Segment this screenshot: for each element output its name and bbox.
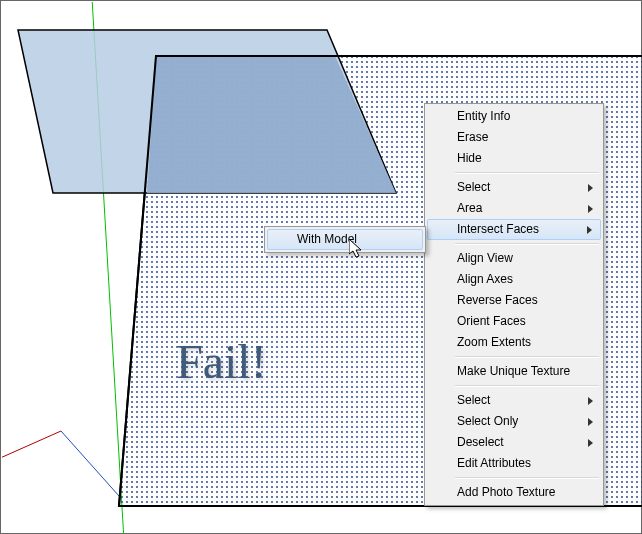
submenu-arrow-icon [588,397,593,405]
menu-item-hide[interactable]: Hide [427,148,601,169]
menu-item-select-only[interactable]: Select Only [427,411,601,432]
menu-item-label: Select [457,180,490,194]
menu-item-align-view[interactable]: Align View [427,248,601,269]
menu-separator [455,356,599,358]
menu-separator [455,385,599,387]
menu-item-intersect-faces[interactable]: Intersect Faces [427,219,601,240]
menu-item-label: Add Photo Texture [457,485,556,499]
menu-item-align-axes[interactable]: Align Axes [427,269,601,290]
menu-item-label: Make Unique Texture [457,364,570,378]
menu-item-label: Deselect [457,435,504,449]
menu-item-zoom-extents[interactable]: Zoom Extents [427,332,601,353]
menu-item-label: Area [457,201,482,215]
menu-item-erase[interactable]: Erase [427,127,601,148]
submenu-arrow-icon [587,226,592,234]
axis-red [1,431,61,471]
menu-item-edit-attributes[interactable]: Edit Attributes [427,453,601,474]
menu-item-label: Zoom Extents [457,335,531,349]
context-submenu-intersect-faces[interactable]: With Model [264,226,426,253]
menu-item-label: Entity Info [457,109,510,123]
menu-separator [455,477,599,479]
menu-item-label: Hide [457,151,482,165]
annotation-text: Fail! [176,334,267,389]
menu-item-label: Orient Faces [457,314,526,328]
menu-item-area[interactable]: Area [427,198,601,219]
menu-item-label: Align View [457,251,513,265]
menu-separator [455,243,599,245]
menu-separator [455,172,599,174]
menu-item-label: Intersect Faces [457,222,539,236]
submenu-arrow-icon [588,418,593,426]
submenu-arrow-icon [588,205,593,213]
context-menu[interactable]: Entity InfoEraseHideSelectAreaIntersect … [424,103,604,506]
submenu-arrow-icon [588,184,593,192]
menu-item-deselect[interactable]: Deselect [427,432,601,453]
menu-item-select[interactable]: Select [427,390,601,411]
menu-item-select[interactable]: Select [427,177,601,198]
menu-item-orient-faces[interactable]: Orient Faces [427,311,601,332]
menu-item-entity-info[interactable]: Entity Info [427,106,601,127]
menu-item-label: With Model [297,232,357,246]
submenu-arrow-icon [588,439,593,447]
menu-item-make-unique-texture[interactable]: Make Unique Texture [427,361,601,382]
menu-item-label: Select [457,393,490,407]
menu-item-label: Align Axes [457,272,513,286]
menu-item-label: Reverse Faces [457,293,538,307]
submenu-item-with-model[interactable]: With Model [267,229,423,250]
menu-item-add-photo-texture[interactable]: Add Photo Texture [427,482,601,503]
menu-item-label: Erase [457,130,488,144]
menu-item-label: Select Only [457,414,518,428]
menu-item-label: Edit Attributes [457,456,531,470]
axis-blue [61,431,119,496]
menu-item-reverse-faces[interactable]: Reverse Faces [427,290,601,311]
